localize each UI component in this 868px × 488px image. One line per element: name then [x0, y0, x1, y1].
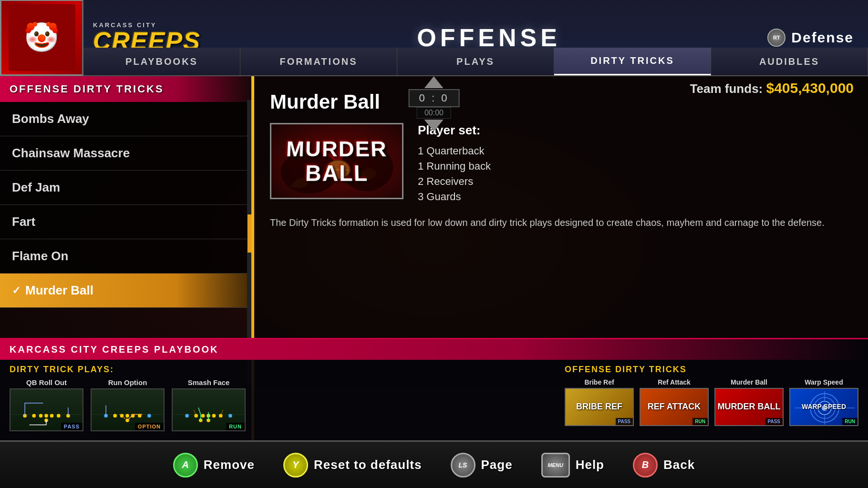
- team-logo-image: 🤡: [9, 4, 75, 71]
- header-right: RT Defense: [767, 29, 868, 47]
- tab-dirty-tricks[interactable]: DIRTY TRICKS: [554, 48, 711, 75]
- trick-card-warp-speed[interactable]: Warp Speed: [789, 378, 858, 426]
- trick-image-warp-speed: WARP SPEED RUN: [789, 388, 858, 426]
- play-card-label: Smash Face: [188, 378, 230, 386]
- play-card-smash-face[interactable]: Smash Face: [172, 378, 246, 431]
- reset-label: Reset to defaults: [314, 458, 422, 472]
- player-set-item-rb: 1 Running back: [418, 160, 854, 173]
- remove-label: Remove: [204, 458, 255, 472]
- formation-item-flame-on[interactable]: Flame On: [0, 239, 251, 274]
- trick-image-label: MURDER BALL: [718, 402, 781, 412]
- trick-image-label: REF ATTACK: [648, 402, 701, 412]
- dirty-trick-plays: DIRTY TRICK PLAYS: QB Roll Out: [10, 365, 272, 436]
- odtb-grid: Bribe Ref BRIBE REF PASS Ref Attack REF …: [565, 378, 858, 426]
- plays-label: DIRTY TRICK PLAYS:: [10, 365, 272, 375]
- play-card-label: Run Option: [108, 378, 147, 386]
- formation-image: MURDER BALL: [270, 123, 403, 199]
- team-funds-amount: $405,430,000: [766, 80, 854, 96]
- trick-card-murder-ball[interactable]: Murder Ball MURDER BALL PASS: [714, 378, 784, 426]
- formation-image-text: MURDER BALL: [270, 138, 403, 186]
- a-button[interactable]: A: [173, 453, 198, 478]
- tab-playbooks[interactable]: PLAYBOOKS: [83, 48, 240, 75]
- svg-point-7: [32, 414, 36, 418]
- trick-card-ref-attack[interactable]: Ref Attack REF ATTACK RUN: [640, 378, 709, 426]
- svg-point-9: [44, 414, 48, 418]
- play-card-run-option[interactable]: Run Option: [91, 378, 165, 431]
- detail-body: MURDER BALL Player set: 1 Quarterback 1 …: [270, 123, 854, 206]
- play-diagram-run-option: OPTION: [91, 388, 165, 431]
- rt-button[interactable]: RT: [767, 29, 785, 47]
- left-panel-header: OFFENSE DIRTY TRICKS: [0, 76, 253, 102]
- menu-button[interactable]: MENU: [541, 453, 570, 478]
- footer-action-back: B Back: [633, 453, 695, 478]
- formations-list: Bombs Away Chainsaw Massacre Def Jam Far…: [0, 102, 253, 308]
- svg-point-29: [219, 414, 223, 418]
- trick-card-label: Murder Ball: [731, 378, 767, 386]
- trick-image-ref-attack: REF ATTACK RUN: [640, 388, 709, 426]
- footer-action-reset: Y Reset to defaults: [283, 453, 422, 478]
- footer-action-help: MENU Help: [541, 453, 604, 478]
- page-label: Page: [481, 458, 513, 472]
- team-funds: Team funds: $405,430,000: [690, 80, 854, 96]
- player-set: Player set: 1 Quarterback 1 Running back…: [418, 123, 854, 206]
- play-type-run: RUN: [226, 423, 245, 430]
- ls-button[interactable]: LS: [451, 453, 475, 478]
- trick-type-run: RUN: [842, 418, 858, 425]
- trick-image-murder-ball: MURDER BALL PASS: [714, 388, 784, 426]
- tab-plays[interactable]: PLAYS: [397, 48, 554, 75]
- formation-item-chainsaw-massacre[interactable]: Chainsaw Massacre: [0, 136, 251, 171]
- back-label: Back: [663, 458, 695, 472]
- plays-grid: QB Roll Out: [10, 378, 272, 431]
- trick-type-run: RUN: [692, 418, 708, 425]
- score-time: 00:00: [417, 107, 451, 119]
- score-arrow-up[interactable]: [424, 76, 444, 88]
- footer-action-page: LS Page: [451, 453, 513, 478]
- formation-label: Chainsaw Massacre: [12, 146, 130, 161]
- formation-item-murder-ball[interactable]: ✓ Murder Ball: [0, 274, 251, 308]
- play-diagram-smash-face: RUN: [172, 388, 246, 431]
- formation-label: Murder Ball: [25, 283, 93, 298]
- play-diagram-qb-roll-out: PASS: [10, 388, 83, 431]
- trick-card-bribe-ref[interactable]: Bribe Ref BRIBE REF PASS: [565, 378, 634, 426]
- svg-point-11: [57, 414, 61, 418]
- formation-item-def-jam[interactable]: Def Jam: [0, 171, 251, 205]
- offense-dirty-tricks-bottom: OFFENSE DIRTY TRICKS Bribe Ref BRIBE REF…: [565, 365, 858, 436]
- formation-label: Bombs Away: [12, 112, 89, 126]
- nav-tabs: PLAYBOOKS FORMATIONS PLAYS DIRTY TRICKS …: [83, 48, 868, 76]
- trick-type-pass: PASS: [765, 418, 783, 425]
- selected-check-icon: ✓: [12, 285, 21, 297]
- tab-audibles[interactable]: AUDIBLES: [711, 48, 868, 75]
- odtb-label: OFFENSE DIRTY TRICKS: [565, 365, 858, 375]
- player-set-item-qb: 1 Quarterback: [418, 145, 854, 157]
- b-button[interactable]: B: [633, 453, 658, 478]
- trick-type-pass: PASS: [616, 418, 633, 425]
- svg-point-16: [113, 414, 117, 418]
- team-logo: 🤡: [0, 0, 83, 76]
- formation-item-fart[interactable]: Fart: [0, 205, 251, 239]
- trick-card-label: Warp Speed: [805, 378, 843, 386]
- svg-point-8: [39, 414, 43, 418]
- score-arrow-down[interactable]: [424, 120, 444, 132]
- trick-image-label: WARP SPEED: [802, 403, 846, 410]
- formation-label: Fart: [12, 214, 35, 229]
- tab-formations[interactable]: FORMATIONS: [240, 48, 397, 75]
- trick-card-label: Ref Attack: [658, 378, 691, 386]
- svg-point-23: [147, 414, 151, 418]
- bottom-content: DIRTY TRICK PLAYS: QB Roll Out: [0, 360, 868, 441]
- bottom-header: KARCASS CITY CREEPS PLAYBOOK: [0, 339, 868, 360]
- footer-action-remove: A Remove: [173, 453, 255, 478]
- play-card-qb-roll-out[interactable]: QB Roll Out: [10, 378, 83, 431]
- player-set-item-wr: 2 Receivers: [418, 175, 854, 188]
- play-card-label: QB Roll Out: [26, 378, 67, 386]
- svg-point-26: [201, 414, 205, 418]
- svg-point-32: [185, 414, 189, 418]
- footer: A Remove Y Reset to defaults LS Page MEN…: [0, 440, 868, 488]
- formation-label: Def Jam: [12, 180, 60, 195]
- defense-label[interactable]: Defense: [791, 30, 854, 46]
- svg-point-33: [228, 414, 232, 418]
- formation-item-bombs-away[interactable]: Bombs Away: [0, 102, 251, 136]
- score-area: 0 : 0 00:00: [409, 76, 460, 132]
- spacer: [281, 365, 555, 436]
- y-button[interactable]: Y: [283, 453, 308, 478]
- play-type-pass: PASS: [61, 423, 83, 430]
